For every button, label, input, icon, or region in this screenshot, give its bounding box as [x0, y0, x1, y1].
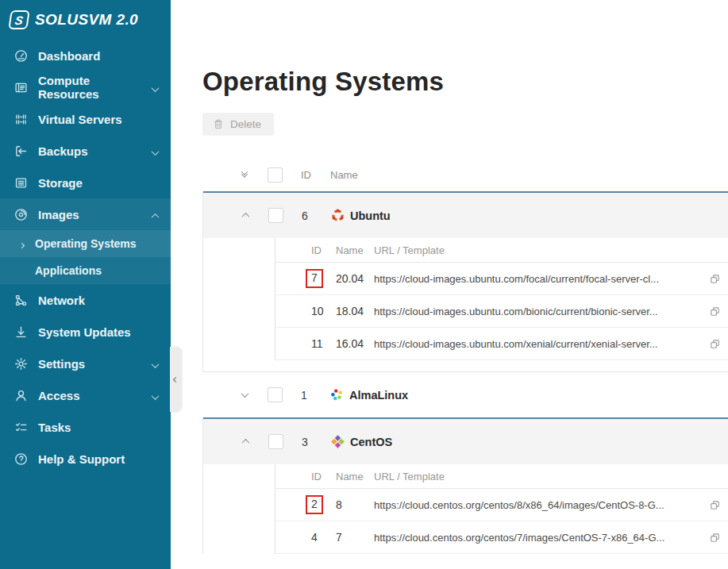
- access-icon: [14, 389, 28, 402]
- active-subitem-arrow-icon: [20, 237, 24, 250]
- column-header-id: ID: [296, 169, 326, 181]
- chevron-down-icon: [152, 357, 158, 371]
- sidebar-item-applications[interactable]: Applications: [0, 257, 171, 284]
- app-logo[interactable]: S SOLUSVM 2.0: [0, 0, 171, 38]
- compute-resources-icon: [14, 81, 28, 94]
- sidebar-item-storage[interactable]: Storage: [0, 167, 171, 198]
- expand-group-icon[interactable]: [241, 390, 248, 398]
- sidebar-item-tasks[interactable]: Tasks: [0, 411, 171, 443]
- almalinux-logo-icon: [330, 388, 344, 402]
- os-version-row[interactable]: 11 16.04 https://cloud-images.ubuntu.com…: [275, 328, 728, 360]
- centos-versions-subtable: ID Name URL / Template 2 8 https://cloud…: [275, 464, 728, 554]
- os-group-row-centos[interactable]: 3 CentOS: [203, 417, 728, 464]
- subtable-header-row: ID Name URL / Template: [275, 238, 728, 263]
- os-group-row-almalinux[interactable]: 1 AlmaLinux: [202, 372, 728, 417]
- row-checkbox[interactable]: [268, 434, 283, 449]
- app-logo-text: SOLUSVM 2.0: [35, 11, 138, 29]
- delete-button[interactable]: Delete: [202, 113, 274, 136]
- copy-icon[interactable]: [709, 273, 721, 285]
- collapse-group-icon[interactable]: [241, 439, 249, 447]
- main-content: Operating Systems Delete ID Name: [171, 0, 728, 569]
- solusvm-logo-icon: S: [8, 10, 29, 29]
- sidebar-item-network[interactable]: Network: [0, 284, 171, 316]
- os-group-row-ubuntu[interactable]: 6 Ubuntu: [203, 191, 728, 238]
- sidebar-item-backups[interactable]: Backups: [0, 135, 171, 167]
- sidebar-item-dashboard[interactable]: Dashboard: [0, 40, 171, 71]
- expand-all-icon[interactable]: [242, 173, 247, 178]
- ubuntu-logo-icon: [331, 209, 345, 222]
- subtable-header-row: ID Name URL / Template: [275, 464, 728, 489]
- sidebar-item-virtual-servers[interactable]: Virtual Servers: [0, 103, 171, 135]
- copy-icon[interactable]: [709, 306, 721, 317]
- chevron-down-icon: [152, 144, 158, 158]
- os-version-row[interactable]: 10 18.04 https://cloud-images.ubuntu.com…: [275, 295, 728, 328]
- help-icon: [14, 452, 28, 466]
- select-all-checkbox[interactable]: [268, 167, 283, 183]
- sidebar-item-images[interactable]: Images: [0, 198, 171, 230]
- trash-icon: [213, 118, 224, 130]
- collapse-group-icon[interactable]: [241, 213, 249, 221]
- chevron-down-icon: [152, 81, 158, 94]
- sidebar-nav: Dashboard Compute Resources Virtual Serv…: [0, 40, 171, 475]
- os-group-almalinux: 1 AlmaLinux: [202, 372, 728, 417]
- copy-icon[interactable]: [709, 532, 721, 544]
- chevron-down-icon: [152, 389, 158, 402]
- os-group-ubuntu: 6 Ubuntu ID Name: [202, 191, 728, 372]
- sidebar-group-images: Images Operating Systems Applications: [0, 198, 171, 284]
- ubuntu-versions-subtable: ID Name URL / Template 7 20.04 https://c…: [275, 238, 728, 360]
- copy-icon[interactable]: [709, 338, 721, 350]
- chevron-up-icon: [152, 208, 158, 221]
- storage-icon: [14, 176, 28, 190]
- table-header-row: ID Name: [202, 159, 728, 191]
- network-icon: [14, 294, 28, 307]
- os-group-centos: 3 CentOS: [202, 417, 728, 554]
- row-checkbox[interactable]: [268, 208, 283, 223]
- operating-systems-table: ID Name 6: [202, 159, 728, 554]
- column-header-name: Name: [326, 169, 358, 181]
- os-version-row[interactable]: 2 8 https://cloud.centos.org/centos/8/x8…: [275, 489, 728, 521]
- os-version-row[interactable]: 7 20.04 https://cloud-images.ubuntu.com/…: [275, 263, 728, 295]
- images-icon: [14, 208, 28, 221]
- settings-icon: [14, 357, 28, 371]
- virtual-servers-icon: [14, 113, 28, 126]
- backups-icon: [14, 144, 28, 158]
- sidebar-item-help-support[interactable]: Help & Support: [0, 443, 171, 475]
- highlighted-id-annotation: 7: [306, 269, 323, 288]
- os-version-row[interactable]: 4 7 https://cloud.centos.org/centos/7/im…: [275, 521, 728, 554]
- row-checkbox[interactable]: [268, 387, 283, 402]
- tasks-icon: [14, 421, 28, 434]
- sidebar-item-operating-systems[interactable]: Operating Systems: [0, 230, 171, 257]
- sidebar-item-compute-resources[interactable]: Compute Resources: [0, 71, 171, 103]
- sidebar-item-settings[interactable]: Settings: [0, 348, 171, 379]
- dashboard-icon: [14, 49, 28, 63]
- page-title: Operating Systems: [202, 67, 728, 97]
- sidebar: S SOLUSVM 2.0 Dashboard Compute Resource…: [0, 0, 171, 569]
- system-updates-icon: [14, 325, 28, 339]
- copy-icon[interactable]: [709, 499, 721, 511]
- sidebar-item-access[interactable]: Access: [0, 379, 171, 411]
- highlighted-id-annotation: 2: [306, 495, 323, 514]
- sidebar-item-system-updates[interactable]: System Updates: [0, 316, 171, 348]
- centos-logo-icon: [331, 435, 345, 448]
